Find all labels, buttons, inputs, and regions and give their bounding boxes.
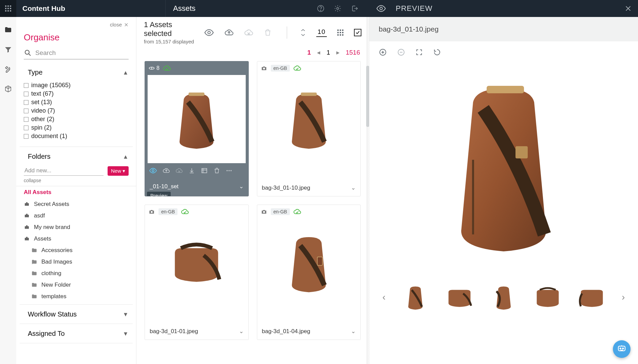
type-label: text (67) <box>31 90 54 97</box>
folder-item[interactable]: Assets <box>16 233 136 245</box>
logout-icon[interactable] <box>351 5 358 12</box>
checkbox-icon[interactable] <box>24 83 29 88</box>
chevron-down-icon[interactable]: ⌄ <box>351 328 356 335</box>
tools-icon[interactable] <box>4 65 12 73</box>
type-row[interactable]: spin (2) <box>24 123 129 132</box>
folder-icon[interactable] <box>4 26 12 34</box>
asset-card[interactable]: 8 Preview _01-10_set ⌄ <box>145 61 249 196</box>
asset-thumbnail[interactable] <box>260 75 358 163</box>
scrollbar[interactable] <box>366 66 369 127</box>
collapse-link[interactable]: collapse <box>16 177 136 186</box>
checkbox-icon[interactable] <box>24 109 29 113</box>
upload-action-icon[interactable] <box>224 28 234 37</box>
more-icon[interactable] <box>226 167 232 174</box>
svg-rect-23 <box>342 34 343 36</box>
preview-title: PREVIEW <box>396 4 432 13</box>
asset-card[interactable]: en-GB bag-3d_01-10.jpeg ⌄ <box>257 61 361 196</box>
chevron-down-icon[interactable]: ⌄ <box>239 183 244 190</box>
page-size[interactable]: 10 <box>316 28 327 37</box>
cloud-published-icon <box>181 208 189 216</box>
close-organise-button[interactable]: close <box>110 22 129 27</box>
svg-rect-32 <box>301 93 317 96</box>
folder-item[interactable]: asdf <box>16 210 136 222</box>
type-row[interactable]: document (1) <box>24 132 129 140</box>
workflow-section-header[interactable]: Workflow Status ▾ <box>16 307 136 322</box>
search-field[interactable] <box>24 49 129 59</box>
asset-thumbnail[interactable] <box>260 218 358 307</box>
briefcase-icon <box>24 213 30 219</box>
subfolder-item[interactable]: New Folder <box>16 279 136 291</box>
asset-thumbnail[interactable] <box>148 75 246 163</box>
preview-action-icon[interactable] <box>204 27 214 38</box>
chat-fab[interactable] <box>613 340 631 358</box>
subfolder-item[interactable]: Bad Images <box>16 256 136 268</box>
thumb-item[interactable] <box>576 281 608 313</box>
app-launcher-icon[interactable] <box>0 0 16 17</box>
assigned-section-header[interactable]: Assigned To ▾ <box>16 326 136 341</box>
thumbs-prev-icon[interactable]: ‹ <box>380 292 388 303</box>
subfolder-item[interactable]: clothing <box>16 268 136 279</box>
chevron-down-icon[interactable]: ⌄ <box>239 328 244 335</box>
type-row[interactable]: image (15065) <box>24 81 129 90</box>
zoom-out-icon[interactable] <box>397 48 405 56</box>
sort-icon[interactable] <box>300 29 306 36</box>
metadata-icon[interactable] <box>201 167 208 174</box>
assets-toolbar: 1 Assets selected from 15,157 displayed … <box>136 17 369 46</box>
select-all-checkbox[interactable] <box>354 29 361 36</box>
subfolder-item[interactable]: Accessories <box>16 245 136 256</box>
grid-view-icon[interactable] <box>337 29 344 36</box>
type-section-header[interactable]: Type ▴ <box>16 65 136 80</box>
reset-icon[interactable] <box>433 48 441 56</box>
add-folder-input[interactable] <box>24 166 104 176</box>
type-label: document (1) <box>31 133 67 140</box>
thumb-item[interactable] <box>487 281 520 313</box>
thumb-item[interactable] <box>443 281 476 313</box>
caret-down-icon: ▾ <box>124 310 127 318</box>
trash-action-icon[interactable] <box>264 28 272 37</box>
cube-icon[interactable] <box>4 85 12 93</box>
checkbox-icon[interactable] <box>24 126 29 130</box>
type-row[interactable]: video (7) <box>24 107 129 115</box>
preview-image[interactable] <box>369 63 638 277</box>
close-preview-button[interactable] <box>624 5 632 12</box>
zoom-in-icon[interactable] <box>379 48 387 56</box>
asset-card[interactable]: en-GB bag-3d_01-01.jpeg ⌄ <box>145 205 249 340</box>
gear-icon[interactable] <box>334 5 341 12</box>
prev-page-icon[interactable]: ◂ <box>317 49 320 56</box>
thumbs-next-icon[interactable]: › <box>620 292 627 303</box>
checkbox-icon[interactable] <box>24 100 29 105</box>
folder-item[interactable]: My new brand <box>16 222 136 233</box>
folder-icon <box>31 247 37 253</box>
folders-section-header[interactable]: Folders ▴ <box>16 149 136 164</box>
checkbox-icon[interactable] <box>24 134 29 139</box>
checkbox-icon[interactable] <box>24 92 29 96</box>
cloud-remove-icon[interactable] <box>244 28 254 37</box>
type-label: set (13) <box>31 99 52 106</box>
subfolder-item[interactable]: templates <box>16 291 136 302</box>
folder-item[interactable]: Secret Assets <box>16 198 136 210</box>
spin-badge: 8 <box>148 65 160 72</box>
cloud-remove-icon[interactable] <box>175 167 183 174</box>
thumb-item[interactable] <box>531 281 564 313</box>
trash-icon[interactable] <box>213 167 220 174</box>
checkbox-icon[interactable] <box>24 117 29 122</box>
filter-icon[interactable] <box>4 45 12 54</box>
type-row[interactable]: other (2) <box>24 115 129 123</box>
svg-point-13 <box>25 50 29 54</box>
preview-icon[interactable] <box>149 167 157 175</box>
search-input[interactable] <box>35 49 129 57</box>
help-icon[interactable] <box>317 5 324 12</box>
next-page-icon[interactable]: ▸ <box>336 49 340 56</box>
fullscreen-icon[interactable] <box>415 49 423 56</box>
all-assets-item[interactable]: All Assets <box>16 186 136 198</box>
asset-thumbnail[interactable] <box>148 218 246 307</box>
type-row[interactable]: set (13) <box>24 98 129 107</box>
download-icon[interactable] <box>188 167 195 174</box>
type-row[interactable]: text (67) <box>24 90 129 98</box>
thumb-item[interactable] <box>399 281 432 313</box>
folder-label: templates <box>41 293 67 300</box>
upload-icon[interactable] <box>163 167 170 174</box>
asset-card[interactable]: en-GB bag-3d_01-04.jpeg ⌄ <box>257 205 361 340</box>
chevron-down-icon[interactable]: ⌄ <box>351 184 356 191</box>
new-folder-button[interactable]: New▾ <box>108 166 129 176</box>
